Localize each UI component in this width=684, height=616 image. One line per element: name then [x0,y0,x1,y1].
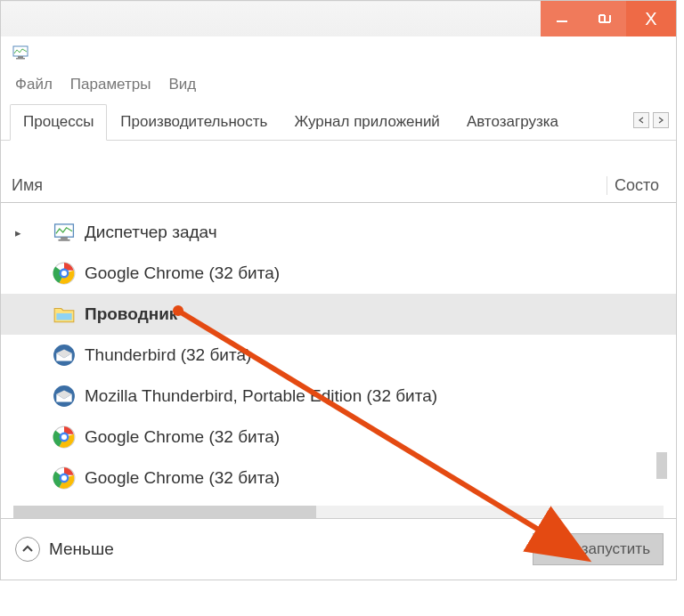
process-row-chrome1[interactable]: Google Chrome (32 бита) [1,253,676,294]
process-label: Диспетчер задач [85,223,217,242]
expand-arrow-icon[interactable]: ▸ [15,226,33,239]
svg-point-16 [61,271,67,276]
close-icon: X [645,10,656,28]
menu-params[interactable]: Параметры [70,76,151,93]
task-manager-icon [12,45,29,61]
chevron-up-circle-icon [15,537,40,562]
svg-rect-11 [59,239,70,241]
thunderbird-icon [53,385,76,408]
footer: Меньше Перезапустить [1,518,676,580]
vertical-scrollbar[interactable] [656,452,667,479]
close-button[interactable]: X [626,1,676,36]
task-manager-window: X Файл Параметры Вид Процессы Производит… [0,0,677,580]
chevron-right-icon [657,117,664,124]
fewer-details-button[interactable]: Меньше [15,537,114,562]
process-label: Mozilla Thunderbird, Portable Edition (3… [85,386,437,406]
minimize-button[interactable] [541,1,583,36]
svg-rect-7 [18,56,23,58]
process-label: Проводник [85,304,177,324]
chrome-icon [53,262,76,285]
app-icon-row [1,36,676,69]
column-name[interactable]: Имя [12,176,607,195]
task-manager-icon [53,221,76,244]
svg-point-25 [61,475,67,481]
process-row-thunderbird-portable[interactable]: Mozilla Thunderbird, Portable Edition (3… [1,376,676,417]
restart-button[interactable]: Перезапустить [533,533,664,565]
column-headers: Имя Состо [1,141,676,203]
process-row-explorer[interactable]: Проводник [1,294,676,335]
chrome-icon [53,466,76,490]
chevron-left-icon [638,117,645,124]
process-row-chrome3[interactable]: Google Chrome (32 бита) [1,458,676,498]
tab-startup[interactable]: Автозагрузка [453,104,572,140]
column-status[interactable]: Состо [607,176,669,195]
titlebar: X [1,1,676,36]
tab-app-history[interactable]: Журнал приложений [281,104,453,140]
tab-performance[interactable]: Производительность [107,104,281,140]
explorer-icon [53,303,76,326]
process-label: Google Chrome (32 бита) [85,263,280,283]
tab-scroll-right[interactable] [653,112,669,128]
titlebar-spacer [1,1,541,36]
tab-scroll-left[interactable] [633,112,649,128]
svg-rect-17 [56,313,71,320]
process-label: Google Chrome (32 бита) [85,468,280,488]
menubar: Файл Параметры Вид [1,69,676,104]
maximize-icon [598,12,612,26]
process-row-thunderbird[interactable]: Thunderbird (32 бита) [1,335,676,376]
svg-rect-8 [16,58,25,60]
scrollbar-thumb[interactable] [13,506,316,518]
process-list: ▸ Диспетчер задач Google Chrome (32 бита… [1,203,676,518]
tab-scroll-nav [633,112,669,132]
process-label: Thunderbird (32 бита) [85,345,251,365]
horizontal-scrollbar[interactable] [13,506,664,518]
svg-point-22 [61,434,67,440]
minimize-icon [556,12,568,25]
tab-strip: Процессы Производительность Журнал прило… [1,104,676,141]
menu-file[interactable]: Файл [15,76,53,93]
maximize-button[interactable] [583,1,626,36]
tab-processes[interactable]: Процессы [10,104,107,141]
menu-view[interactable]: Вид [168,76,196,93]
fewer-details-label: Меньше [49,539,114,559]
svg-rect-10 [61,237,68,239]
thunderbird-icon [53,344,76,367]
process-label: Google Chrome (32 бита) [85,427,280,447]
process-row-task-manager[interactable]: ▸ Диспетчер задач [1,212,676,253]
chrome-icon [53,426,76,449]
process-row-chrome2[interactable]: Google Chrome (32 бита) [1,417,676,458]
